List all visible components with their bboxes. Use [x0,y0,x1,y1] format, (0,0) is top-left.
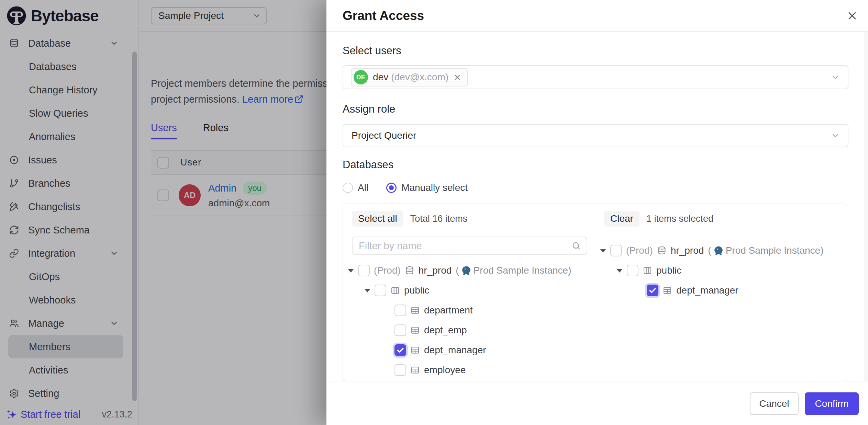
node-checkbox[interactable] [394,324,406,336]
select-all-button[interactable]: Select all [352,211,403,227]
database-scope-radios: All Manually select [343,179,468,196]
tree-node-table: dept_manager [595,280,847,300]
modal-backdrop[interactable] [0,0,326,425]
radio-all-label: All [358,182,368,193]
chip-user-email: (dev@x.com) [391,72,448,83]
tree-node-schema: public [595,261,847,280]
database-transfer-list: Select all Total 16 items (Prod) hr_prod [343,204,847,381]
database-icon [405,266,414,275]
node-label: employee [424,365,466,376]
postgresql-icon [713,245,724,256]
confirm-button[interactable]: Confirm [805,392,859,415]
schema-icon [643,266,652,275]
node-checkbox[interactable] [610,245,622,256]
node-label: public [404,285,429,296]
node-checkbox[interactable] [375,285,386,296]
chevron-down-icon [831,131,840,140]
total-items-count: Total 16 items [410,214,468,224]
selected-user-chip: DE dev (dev@x.com) [351,68,468,87]
table-icon [410,306,420,315]
select-users-label: Select users [343,45,401,57]
close-icon[interactable] [845,9,859,23]
node-checkbox[interactable] [394,364,406,376]
node-label: public [656,265,681,276]
node-checkbox[interactable] [394,305,406,316]
modal-title: Grant Access [343,9,424,23]
chevron-down-icon [831,72,840,82]
selected-tree: (Prod) hr_prod ( Prod Sample Instance) [595,241,847,300]
transfer-selected-panel: Clear 1 items selected (Prod) hr_prod ( … [595,204,847,381]
node-label: dept_manager [424,345,486,356]
expander-caret[interactable] [364,289,370,292]
role-select[interactable]: Project Querier [343,124,848,147]
filter-field [352,237,587,255]
table-icon [410,365,420,375]
tree-node-table: employee [343,360,595,380]
source-tree: (Prod) hr_prod ( Prod Sample Instance) [343,261,595,380]
tree-node-table: dept_manager [343,340,595,360]
tree-node-database: (Prod) hr_prod ( Prod Sample Instance) [595,241,847,261]
modal-scrollbar[interactable] [865,32,868,425]
expander-caret[interactable] [616,269,623,273]
radio-all[interactable] [343,183,353,193]
radio-manually-select[interactable] [386,183,397,193]
tree-node-table: department [343,300,595,320]
role-value: Project Querier [352,130,416,141]
assign-role-label: Assign role [343,103,395,115]
tree-node-table: dept_emp [343,320,595,340]
remove-user-icon[interactable] [453,73,461,81]
filter-input[interactable] [353,237,587,254]
clear-button[interactable]: Clear [604,211,639,227]
radio-manual-label: Manually select [401,182,468,193]
schema-icon [390,286,400,295]
modal-footer: Cancel Confirm [326,381,868,425]
node-label: dept_manager [676,285,738,296]
tree-node-schema: public [343,280,595,300]
node-label: hr_prod [419,265,452,276]
bytebase-app: Bytebase Database Databases Change Histo… [0,0,868,425]
databases-label: Databases [343,159,393,171]
modal-header: Grant Access [326,0,868,32]
node-checkbox[interactable] [358,265,370,276]
node-checkbox-checked[interactable] [394,344,406,356]
search-icon [571,241,581,252]
node-checkbox-checked[interactable] [647,285,658,296]
grant-access-modal: Grant Access Select users DE dev (dev@x.… [326,0,868,425]
selected-items-count: 1 items selected [646,214,713,224]
transfer-source-panel: Select all Total 16 items (Prod) hr_prod [343,204,595,381]
users-multiselect[interactable]: DE dev (dev@x.com) [343,65,848,89]
chip-user-name: dev [373,72,388,83]
node-label: dept_emp [424,325,467,336]
node-label: hr_prod [671,245,704,256]
expander-caret[interactable] [348,269,354,273]
expander-caret[interactable] [600,249,606,253]
table-icon [410,345,420,355]
postgresql-icon [461,265,471,276]
avatar: DE [354,70,368,84]
node-label: department [424,305,473,316]
cancel-button[interactable]: Cancel [750,392,799,415]
database-icon [657,246,667,255]
table-icon [410,325,420,335]
table-icon [663,286,672,295]
node-checkbox[interactable] [627,265,638,276]
tree-node-database: (Prod) hr_prod ( Prod Sample Instance) [343,261,595,280]
